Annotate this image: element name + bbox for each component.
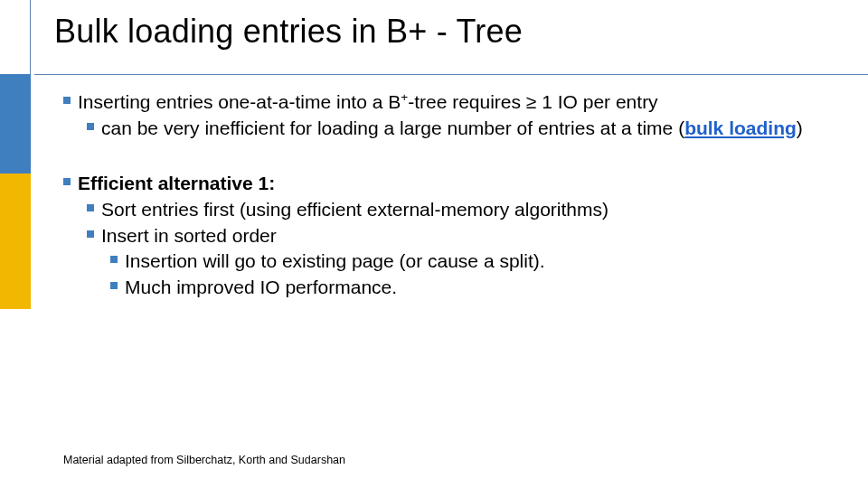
sidebar-blue-block: [0, 74, 31, 174]
title-underline: [34, 74, 868, 75]
bullet-1: Inserting entries one-at-a-time into a B…: [63, 90, 841, 115]
sidebar-decoration: [0, 0, 31, 488]
bulk-loading-link[interactable]: bulk loading: [684, 117, 797, 138]
bullet-1-sub-post: ): [797, 117, 803, 138]
bullet-2-s2: Insert in sorted order: [87, 224, 841, 249]
bullet-2-s2a: Insertion will go to existing page (or c…: [110, 249, 841, 274]
bullet-1-sup: +: [401, 90, 408, 104]
slide-content: Inserting entries one-at-a-time into a B…: [63, 90, 841, 302]
bullet-2-s2b: Much improved IO performance.: [110, 276, 841, 300]
bullet-group-1: Inserting entries one-at-a-time into a B…: [63, 90, 841, 141]
bullet-2-head: Efficient alternative 1:: [78, 173, 275, 193]
bullet-2: Efficient alternative 1:: [63, 172, 841, 196]
bullet-1-sub-pre: can be very inefficient for loading a la…: [101, 117, 684, 138]
bullet-2-s1: Sort entries first (using efficient exte…: [87, 198, 841, 222]
bullet-1-post: -tree requires ≥ 1 IO per entry: [408, 91, 657, 112]
bullet-1-sub: can be very inefficient for loading a la…: [87, 117, 841, 141]
sidebar-top: [0, 0, 31, 74]
slide-title-wrap: Bulk loading entries in B+ - Tree: [54, 13, 850, 51]
slide-title: Bulk loading entries in B+ - Tree: [54, 13, 850, 51]
footer-text: Material adapted from Silberchatz, Korth…: [63, 454, 345, 466]
sidebar-vline: [30, 0, 31, 74]
sidebar-yellow-block: [0, 174, 31, 309]
bullet-group-2: Efficient alternative 1: Sort entries fi…: [63, 172, 841, 300]
bullet-1-pre: Inserting entries one-at-a-time into a B: [78, 91, 401, 112]
